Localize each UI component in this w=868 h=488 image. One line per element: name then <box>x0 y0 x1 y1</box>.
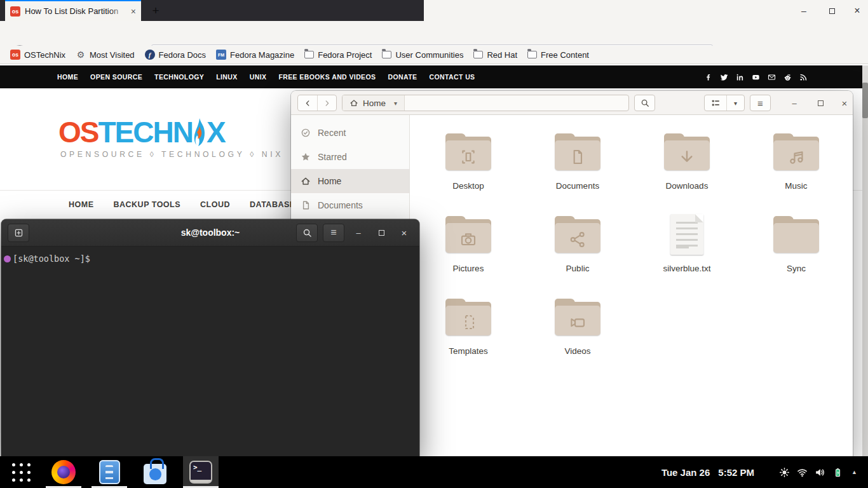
new-tab-button[interactable]: + <box>147 3 164 19</box>
file-item[interactable]: Public <box>523 213 632 295</box>
show-applications-button[interactable] <box>6 456 36 488</box>
file-label: Templates <box>449 346 488 356</box>
view-mode-icon[interactable] <box>705 95 726 111</box>
site-nav-link[interactable]: DONATE <box>388 73 417 81</box>
back-button[interactable] <box>298 95 317 111</box>
terminal-body[interactable]: [sk@toolbox ~]$ <box>1 247 419 264</box>
folder-emblem-icon <box>567 312 588 332</box>
file-item[interactable]: Videos <box>523 295 632 378</box>
site-subnav-link[interactable]: HOME <box>69 200 94 209</box>
toolbox-prompt-indicator <box>4 255 11 262</box>
folder-icon <box>555 216 600 253</box>
site-nav-link[interactable]: OPEN SOURCE <box>90 73 142 81</box>
site-nav-link[interactable]: UNIX <box>250 73 267 81</box>
folder-icon <box>445 133 491 170</box>
logo-text-techn: TECHN <box>98 118 192 147</box>
bookmark-item[interactable]: Fedora Magazine <box>211 48 299 61</box>
app-menu-button[interactable]: ≡ <box>750 95 771 111</box>
system-tray[interactable]: ▲ <box>779 456 857 488</box>
night-light-icon[interactable] <box>779 467 790 478</box>
search-button[interactable] <box>296 224 318 242</box>
linkedin-icon[interactable] <box>736 73 744 81</box>
site-nav-link[interactable]: LINUX <box>216 73 238 81</box>
bookmark-icon <box>473 51 483 58</box>
file-item[interactable]: Downloads <box>632 130 742 213</box>
window-minimize-button[interactable]: – <box>796 3 812 19</box>
rss-icon[interactable] <box>799 73 808 81</box>
email-icon[interactable] <box>768 73 776 81</box>
twitter-icon[interactable] <box>720 73 728 81</box>
taskbar-app[interactable] <box>46 456 81 488</box>
facebook-icon[interactable] <box>704 73 712 81</box>
scrollbar-thumb[interactable] <box>862 83 868 118</box>
menu-button[interactable]: ≡ <box>323 224 344 242</box>
window-minimize-button[interactable]: – <box>786 95 803 111</box>
site-logo[interactable]: OSTECHNX OPENSOURCE ◊ TECHNOLOGY ◊ NIX <box>58 117 283 159</box>
tray-expander-arrow-icon[interactable]: ▲ <box>851 469 857 475</box>
bookmark-item[interactable]: OSTechNix <box>5 48 71 61</box>
chevron-down-icon[interactable]: ▾ <box>394 100 397 107</box>
file-item[interactable]: Desktop <box>414 130 523 213</box>
logo-tagline: OPENSOURCE ◊ TECHNOLOGY ◊ NIX <box>58 150 283 159</box>
file-label: Videos <box>564 346 590 356</box>
bookmark-label: OSTechNix <box>24 50 65 60</box>
forward-button[interactable] <box>317 95 336 111</box>
bookmarks-toolbar: OSTechNix Most Visited Fedora Docs Fedor… <box>0 46 868 64</box>
sidebar-item[interactable]: Home <box>291 169 409 193</box>
sidebar-item[interactable]: Recent <box>291 121 409 145</box>
file-item[interactable]: Templates <box>414 295 523 378</box>
site-nav-link[interactable]: FREE EBOOKS AND VIDEOS <box>278 73 376 81</box>
window-maximize-button[interactable] <box>812 95 829 111</box>
path-bar[interactable]: Home ▾ <box>342 95 629 111</box>
page-scrollbar[interactable] <box>862 65 868 456</box>
file-item[interactable]: Documents <box>523 130 632 213</box>
site-subnav-link[interactable]: BACKUP TOOLS <box>114 200 181 209</box>
file-item[interactable]: Pictures <box>414 213 523 295</box>
desktop: os How To List Disk Partition × + – × ← … <box>0 0 868 488</box>
view-options-chevron-icon[interactable]: ▾ <box>726 95 744 111</box>
window-close-button[interactable]: × <box>836 95 853 111</box>
site-subnav-link[interactable]: CLOUD <box>200 200 230 209</box>
taskbar-app[interactable] <box>137 456 173 488</box>
window-maximize-button[interactable] <box>372 224 390 242</box>
text-file-icon <box>670 214 703 255</box>
reddit-icon[interactable] <box>783 73 792 81</box>
bookmark-item[interactable]: Fedora Project <box>299 49 377 61</box>
window-minimize-button[interactable]: – <box>349 224 367 242</box>
file-item[interactable]: Music <box>742 130 851 213</box>
site-nav-link[interactable]: CONTACT US <box>429 73 475 81</box>
volume-icon[interactable] <box>815 467 825 478</box>
youtube-icon[interactable] <box>752 73 760 81</box>
taskbar-app[interactable] <box>92 456 127 488</box>
window-maximize-button[interactable] <box>824 3 840 19</box>
bookmark-item[interactable]: User Communities <box>377 49 468 61</box>
bookmark-label: User Communities <box>395 50 463 60</box>
sidebar-item[interactable]: Documents <box>291 193 409 217</box>
site-nav-link[interactable]: TECHNOLOGY <box>154 73 204 81</box>
apps-grid-icon <box>20 471 23 474</box>
site-nav-link[interactable]: HOME <box>57 73 78 81</box>
app-icon <box>51 460 76 484</box>
search-button[interactable] <box>634 95 655 111</box>
path-segment-home[interactable]: Home ▾ <box>342 95 405 111</box>
path-label: Home <box>363 98 386 108</box>
file-item[interactable]: silverblue.txt <box>632 213 742 295</box>
window-close-button[interactable]: × <box>849 3 865 19</box>
tab-close-icon[interactable]: × <box>131 7 136 16</box>
site-subnav-link[interactable]: DATABASE <box>250 200 295 209</box>
bookmark-item[interactable]: Red Hat <box>468 49 522 61</box>
bookmark-item[interactable]: Fedora Docs <box>140 48 211 61</box>
taskbar-app[interactable] <box>183 456 219 488</box>
folder-icon <box>555 299 600 336</box>
clock[interactable]: Tue Jan 26 5:52 PM <box>661 456 754 488</box>
file-item[interactable]: Sync <box>742 213 851 295</box>
battery-icon[interactable] <box>832 467 843 478</box>
new-terminal-button[interactable] <box>8 224 29 242</box>
bookmark-item[interactable]: Free Content <box>522 49 594 61</box>
window-close-button[interactable]: × <box>395 224 413 242</box>
browser-tab[interactable]: os How To List Disk Partition × <box>5 0 141 21</box>
bookmark-item[interactable]: Most Visited <box>71 48 140 61</box>
bookmark-label: Fedora Project <box>318 50 372 60</box>
sidebar-item[interactable]: Starred <box>291 145 409 169</box>
wifi-icon[interactable] <box>797 467 808 478</box>
